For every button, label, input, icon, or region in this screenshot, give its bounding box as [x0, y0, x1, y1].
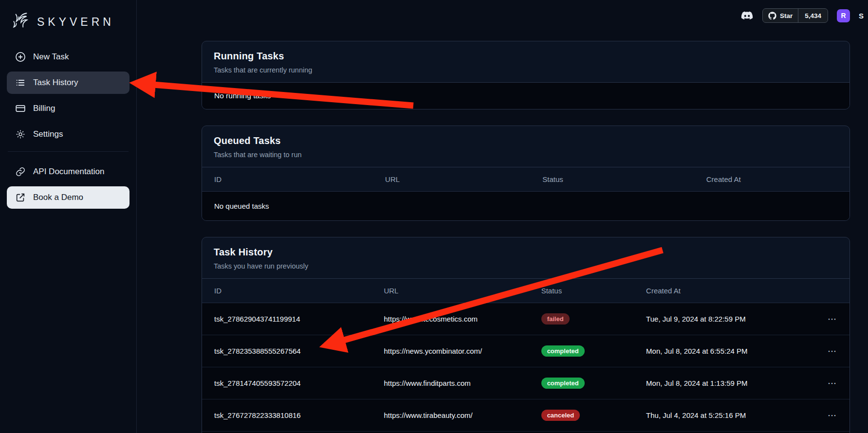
user-name-partial: S [859, 12, 864, 20]
sidebar-item-api-documentation[interactable]: API Documentation [7, 161, 129, 183]
running-tasks-empty-message: No running tasks [202, 83, 850, 109]
logo[interactable]: SKYVERN [7, 8, 129, 46]
column-header-status: Status [530, 167, 694, 192]
sidebar-item-task-history[interactable]: Task History [7, 72, 129, 94]
sidebar-item-settings[interactable]: Settings [7, 123, 129, 145]
queued-tasks-card: Queued Tasks Tasks that are waiting to r… [202, 126, 850, 221]
task-row[interactable]: tsk_278235388555267564 https://news.ycom… [202, 335, 850, 367]
gear-icon [15, 129, 26, 140]
discord-icon[interactable] [740, 9, 754, 22]
app: SKYVERN New Task Task History Billing [0, 0, 868, 433]
queued-tasks-empty-row: No queued tasks [202, 192, 850, 221]
running-tasks-header: Running Tasks Tasks that are currently r… [202, 41, 850, 83]
task-row[interactable]: tsk_276727822333810816 https://www.tirab… [202, 399, 850, 432]
plus-circle-icon [15, 52, 26, 62]
task-id: tsk_278235388555267564 [202, 335, 371, 367]
external-link-icon [15, 192, 26, 203]
task-id: tsk_276727822333810816 [202, 399, 371, 432]
card-title: Task History [214, 247, 838, 258]
github-star-label: Star [780, 12, 793, 19]
sidebar: SKYVERN New Task Task History Billing [0, 0, 137, 433]
card-title: Running Tasks [214, 51, 838, 62]
running-tasks-card: Running Tasks Tasks that are currently r… [202, 41, 850, 109]
credit-card-icon [15, 103, 26, 114]
task-id: tsk_278629043741199914 [202, 303, 371, 335]
avatar[interactable]: R [837, 9, 850, 22]
task-url: https://www.finditparts.com [371, 367, 529, 399]
row-actions-button[interactable]: ⋯ [828, 410, 837, 421]
task-history-card: Task History Tasks you have run previous… [202, 237, 850, 433]
row-actions-button[interactable]: ⋯ [828, 378, 837, 389]
task-url: https://www.geico.com [371, 432, 529, 433]
status-badge: completed [541, 345, 585, 357]
task-id: tsk_274180139292204058 [202, 432, 371, 433]
column-header-created-at: Created At [634, 279, 807, 303]
sidebar-item-new-task[interactable]: New Task [7, 46, 129, 68]
sidebar-divider [8, 151, 129, 152]
queued-tasks-empty-message: No queued tasks [202, 192, 850, 221]
task-created-at: Mon, Jul 8, 2024 at 6:55:24 PM [634, 335, 807, 367]
sidebar-item-label: Task History [33, 78, 78, 88]
row-actions-button[interactable]: ⋯ [828, 314, 837, 325]
card-subtitle: Tasks you have run previously [214, 262, 838, 270]
column-header-id: ID [202, 279, 371, 303]
column-header-actions [808, 279, 850, 303]
sidebar-item-label: Settings [33, 129, 63, 139]
sidebar-item-label: Billing [33, 104, 55, 113]
github-star-button[interactable]: Star 5,434 [762, 8, 828, 23]
sidebar-item-book-a-demo[interactable]: Book a Demo [7, 186, 129, 209]
github-icon [768, 12, 776, 20]
main-content: Star 5,434 R S Running Tasks Tasks that … [137, 0, 868, 433]
task-row[interactable]: tsk_274180139292204058 https://www.geico… [202, 432, 850, 433]
status-badge: failed [541, 313, 570, 325]
queued-tasks-table: ID URL Status Created At No queued tasks [202, 167, 850, 220]
column-header-status: Status [529, 279, 634, 303]
task-id: tsk_278147405593572204 [202, 367, 371, 399]
github-star-count: 5,434 [798, 9, 828, 22]
card-subtitle: Tasks that are currently running [214, 66, 838, 74]
github-star-segment: Star [763, 9, 798, 22]
logo-text: SKYVERN [37, 16, 114, 29]
task-created-at: Tue, Jul 9, 2024 at 8:22:59 PM [634, 303, 807, 335]
column-header-id: ID [202, 167, 373, 192]
sidebar-item-billing[interactable]: Billing [7, 97, 129, 120]
status-badge: completed [541, 378, 585, 389]
card-subtitle: Tasks that are waiting to run [214, 151, 838, 159]
queued-tasks-header: Queued Tasks Tasks that are waiting to r… [202, 126, 850, 167]
task-row[interactable]: tsk_278629043741199914 https://www.tecos… [202, 303, 850, 335]
task-created-at: Thu, Jun 27, 2024 at 8:38:58 PM [634, 432, 807, 433]
task-url: https://www.tecosmetics.com [371, 303, 529, 335]
status-badge: canceled [541, 410, 580, 421]
list-icon [15, 77, 26, 88]
task-history-table: ID URL Status Created At tsk_27862904374… [202, 279, 850, 433]
skyvern-dragon-icon [10, 11, 32, 33]
sidebar-item-label: New Task [33, 52, 69, 62]
task-row[interactable]: tsk_278147405593572204 https://www.findi… [202, 367, 850, 399]
task-history-header: Task History Tasks you have run previous… [202, 237, 850, 279]
task-url: https://www.tirabeauty.com/ [371, 399, 529, 432]
row-actions-button[interactable]: ⋯ [828, 346, 837, 357]
task-created-at: Thu, Jul 4, 2024 at 5:25:16 PM [634, 399, 807, 432]
task-created-at: Mon, Jul 8, 2024 at 1:13:59 PM [634, 367, 807, 399]
column-header-url: URL [373, 167, 530, 192]
task-url: https://news.ycombinator.com/ [371, 335, 529, 367]
sidebar-nav: New Task Task History Billing Settings [7, 46, 129, 209]
link-icon [15, 166, 26, 177]
column-header-created-at: Created At [694, 167, 850, 192]
sidebar-item-label: API Documentation [33, 167, 104, 177]
card-title: Queued Tasks [214, 135, 838, 146]
column-header-url: URL [371, 279, 529, 303]
topbar: Star 5,434 R S [202, 0, 864, 31]
sidebar-item-label: Book a Demo [33, 193, 83, 202]
